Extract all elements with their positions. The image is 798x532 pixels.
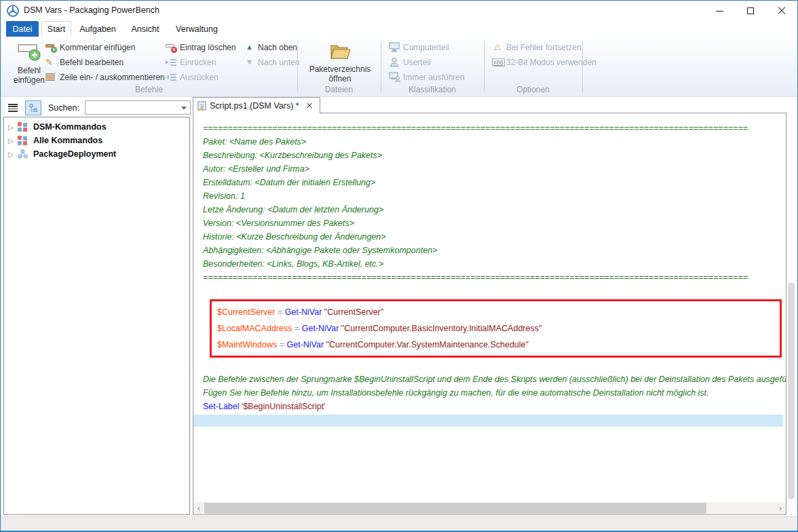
tab-datei[interactable]: Datei [6,21,39,37]
toggle-comment-icon [45,72,57,83]
group-label-optionen: Optionen [484,85,582,94]
main-content: Suchen: ▷ DSM-Kommandos ▷ [1,97,797,516]
search-combobox[interactable] [85,100,191,115]
scroll-right-icon[interactable]: › [775,502,786,514]
code-line: Autor: <Ersteller und Firma> [203,162,786,176]
open-folder-icon [328,41,352,62]
app-window: DSM Vars - Packaging PowerBench Datei St… [0,0,798,532]
code-line: Erstelldatum: <Datum der initialen Erste… [203,176,786,189]
computer-icon [389,42,400,53]
tree-item-dsm-kommandos[interactable]: ▷ DSM-Kommandos [4,120,189,134]
document-tab-title: Script.ps1 (DSM Vars) * [210,101,299,111]
tab-ansicht[interactable]: Ansicht [124,21,166,37]
code-area[interactable]: ========================================… [193,113,786,502]
code-line: Die Befehle zwischen der Sprungmarke $Be… [203,373,786,386]
tree-item-alle-kommandos[interactable]: ▷ Alle Kommandos [4,134,189,147]
package-cluster-icon [18,149,29,159]
eintrag-loeschen-button[interactable]: Eintrag löschen [166,41,236,54]
selected-line [193,415,783,427]
tree-item-packagedeployment[interactable]: ▷ PackageDeployment [4,147,189,161]
outdent-icon [166,72,177,83]
group-label-klassifikation: Klassifikation [381,85,484,94]
indent-icon [166,57,177,68]
tab-start[interactable]: Start [41,21,71,37]
ribbon: Befehl einfügen Kommentar einfügen ✎ Bef… [1,37,797,97]
document-tab-script-ps1[interactable]: Script.ps1 (DSM Vars) * [193,97,320,113]
vertical-scrollbar[interactable] [787,113,795,515]
sidebar-toolbar: Suchen: [3,98,191,117]
maximize-button[interactable] [735,1,766,21]
code-line: $CurrentServer = Get-NiVar "CurrentServe… [217,304,774,320]
code-line: Set-Label '$BeginUninstallScript' [203,400,786,413]
minimize-button[interactable] [704,1,735,21]
window-title: DSM Vars - Packaging PowerBench [24,5,159,15]
nach-unten-button[interactable]: ▼ Nach unten [244,56,299,69]
hscroll-track[interactable] [204,502,775,514]
close-icon [778,7,786,15]
code-line [203,284,786,298]
immer-ausfuehren-button[interactable]: Immer ausführen [389,71,465,84]
search-label: Suchen: [48,103,79,113]
computer-user-icon [389,72,400,83]
userteil-button[interactable]: Userteil [389,56,431,69]
commands-grid-icon [18,136,29,145]
tab-close-icon[interactable] [306,102,313,109]
vscroll-thumb[interactable] [788,282,795,499]
code-line: ========================================… [203,121,786,135]
expander-icon[interactable]: ▷ [8,124,18,131]
code-line: Besonderheiten: <Links, Blogs, KB-Artike… [203,257,786,271]
chevron-down-icon [181,107,187,113]
computerteil-button[interactable]: Computerteil [389,41,449,54]
kommentar-einfuegen-button[interactable]: Kommentar einfügen [45,41,135,54]
tab-aufgaben[interactable]: Aufgaben [74,21,121,37]
hscroll-thumb[interactable] [204,503,706,514]
group-label-befehle: Befehle [1,85,297,94]
code-line [203,359,786,373]
scroll-left-icon[interactable]: ‹ [193,502,204,514]
statusbar [1,516,797,531]
app-logo-icon [7,5,19,17]
red-highlight-box: $CurrentServer = Get-NiVar "CurrentServe… [210,299,782,358]
ausruecken-button[interactable]: Ausrücken [166,71,218,84]
menu-hamburger-icon[interactable] [6,101,20,115]
code-line: Historie: <Kurze Beschreibung der Änderu… [203,230,786,244]
move-up-icon: ▲ [244,42,255,53]
bei-fehler-fortsetzen-button[interactable]: ⚠ Bei Fehler fortsetzen [492,41,582,54]
zeile-auskommentieren-button[interactable]: Zeile ein- / auskommentieren [45,71,165,84]
script-editor: ========================================… [193,113,786,515]
minimize-icon [716,11,723,12]
nach-oben-button[interactable]: ▲ Nach oben [244,41,297,54]
befehl-bearbeiten-button[interactable]: ✎ Befehl bearbeiten [45,56,124,69]
einruecken-button[interactable]: Einrücken [166,56,216,69]
command-tree-panel[interactable]: ▷ DSM-Kommandos ▷ Alle Kommand [3,117,190,515]
tree-view-icon [29,104,38,112]
maximize-icon [747,7,754,14]
expander-icon[interactable]: ▷ [8,137,18,145]
code-line: Fügen Sie hier Befehle hinzu, um Install… [203,386,786,400]
edit-command-icon: ✎ [45,57,57,68]
code-line: $MaintWindows = Get-NiVar "CurrentComput… [217,337,774,353]
group-label-dateien: Dateien [297,85,381,94]
code-line: Version: <Versionsnummer des Pakets> [203,216,786,230]
move-down-icon: ▼ [244,57,255,68]
insert-command-icon [16,41,42,63]
expander-icon[interactable]: ▷ [8,151,18,158]
script-file-icon [197,101,206,111]
x86-icon: x86 [492,57,504,68]
code-line: $LocalMACAddress = Get-NiVar "CurrentCom… [217,320,774,337]
paketverzeichnis-oeffnen-button[interactable]: Paketverzeichnis öffnen [305,39,375,92]
group-separator [582,41,583,92]
warning-icon: ⚠ [492,42,504,53]
titlebar: DSM Vars - Packaging PowerBench [1,1,797,21]
code-line: Letze Änderung: <Datum der letzten Änder… [203,203,786,216]
tree-view-toggle-button[interactable] [25,100,41,115]
close-button[interactable] [766,1,797,21]
code-line: Beschreibung: <Kurzbeschreibung des Pake… [203,149,786,162]
32bit-modus-button[interactable]: x86 32-Bit Modus verwenden [492,56,596,69]
commands-grid-icon [18,122,29,132]
horizontal-scrollbar[interactable]: ‹ › [193,502,786,514]
user-icon [389,57,400,68]
comment-insert-icon [45,42,57,53]
tab-verwaltung[interactable]: Verwaltung [169,21,225,37]
delete-entry-icon [166,42,177,53]
